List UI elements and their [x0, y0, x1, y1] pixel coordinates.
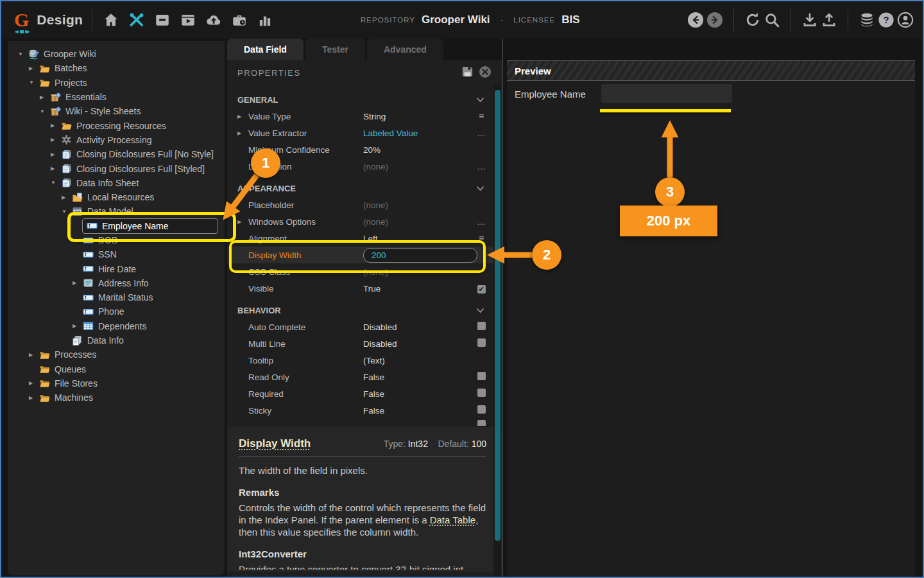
property-value[interactable]: Disabled	[363, 322, 468, 332]
property-row-alignment[interactable]: AlignmentLeft≡	[227, 230, 494, 247]
property-value[interactable]: (none)	[363, 162, 468, 171]
expander-arrow[interactable]: ▶	[51, 123, 60, 128]
property-row-windows-options[interactable]: ▶Windows Options(none)…	[227, 213, 494, 230]
user-icon[interactable]	[896, 10, 915, 30]
tree-item-employee-name[interactable]: Employee Name	[8, 219, 225, 233]
tree-item-data-model[interactable]: ▼Data Model	[8, 204, 225, 218]
property-row-placeholder[interactable]: Placeholder(none)	[227, 197, 494, 213]
display-width-input[interactable]	[363, 248, 477, 263]
property-row-minimum-confidence[interactable]: Minimum Confidence20%	[227, 141, 494, 158]
tree-item-machines[interactable]: ▶Machines	[8, 390, 225, 405]
chevron-down-icon[interactable]	[467, 94, 493, 105]
menu-icon[interactable]: ≡	[468, 111, 494, 121]
tree-item-address-info[interactable]: ▶Address Info	[8, 276, 225, 290]
expander-arrow[interactable]: ▼	[51, 180, 60, 186]
property-row-description[interactable]: Description(none)…	[227, 158, 494, 175]
grooper-logo[interactable]: G Design	[14, 10, 83, 30]
cloud-upload-icon[interactable]	[204, 10, 223, 30]
property-value[interactable]: (none)	[363, 267, 468, 277]
property-value[interactable]: Labeled Value	[363, 128, 468, 138]
property-value[interactable]: (none)	[363, 200, 468, 210]
home-icon[interactable]	[101, 10, 121, 30]
property-value[interactable]: (none)	[363, 217, 468, 227]
property-value[interactable]: (Text)	[363, 356, 468, 365]
help-icon[interactable]: ?	[877, 10, 896, 30]
property-value[interactable]: True	[363, 284, 468, 293]
checkbox-unchecked[interactable]	[477, 372, 486, 380]
checkbox-unchecked[interactable]	[477, 389, 486, 397]
property-row-value-type[interactable]: ▶Value TypeString≡	[227, 108, 494, 125]
property-row-value-extractor[interactable]: ▶Value ExtractorLabeled Value…	[227, 125, 494, 141]
ellipsis-button[interactable]: …	[468, 161, 494, 171]
checkbox-unchecked[interactable]	[477, 322, 486, 330]
tree-item-local-resources[interactable]: ▶Local Resources	[8, 190, 225, 204]
tree-item-marital-status[interactable]: Marital Status	[8, 290, 225, 304]
property-row-required[interactable]: RequiredFalse	[227, 385, 494, 402]
batch-process-icon[interactable]	[178, 10, 198, 30]
checkbox-unchecked[interactable]	[477, 338, 486, 347]
checkbox-cell[interactable]	[468, 405, 494, 416]
checkbox-unchecked[interactable]	[477, 405, 486, 414]
property-row-clipped[interactable]	[227, 419, 494, 426]
expander-arrow[interactable]: ▶	[29, 395, 38, 401]
tab-data-field[interactable]: Data Field	[227, 39, 304, 60]
expander-arrow[interactable]: ▶	[51, 137, 60, 143]
tree-item-phone[interactable]: Phone	[8, 304, 225, 319]
property-row-sticky[interactable]: StickyFalse	[227, 402, 494, 419]
property-value[interactable]: False	[363, 389, 468, 399]
section-header-appearance[interactable]: APPEARANCE	[227, 180, 494, 197]
property-value[interactable]: Left	[363, 234, 468, 243]
download-icon[interactable]	[800, 10, 819, 30]
tree-item-hire-date[interactable]: Hire Date	[8, 261, 225, 276]
expander-arrow[interactable]: ▼	[18, 51, 28, 57]
tree-item-closing-disclosures-full-no-style[interactable]: ▶Closing Disclosures Full [No Style]	[8, 147, 225, 161]
search-icon[interactable]	[762, 10, 782, 30]
checkbox-cell[interactable]	[468, 322, 494, 332]
expander-arrow[interactable]: ▶	[29, 66, 38, 71]
property-row-tooltip[interactable]: Tooltip(Text)	[227, 352, 494, 369]
property-row-auto-complete[interactable]: Auto CompleteDisabled	[227, 319, 494, 335]
expander-arrow[interactable]: ▶	[237, 130, 248, 136]
expander-arrow[interactable]: ▶	[62, 195, 71, 200]
tree-item-dependents[interactable]: ▶Dependents	[8, 319, 225, 333]
tab-advanced[interactable]: Advanced	[367, 39, 443, 60]
stats-icon[interactable]	[255, 10, 275, 30]
tree-item-data-info-sheet[interactable]: ▼Data Info Sheet	[8, 176, 225, 190]
tree-item-grooper-wiki[interactable]: ▼Grooper Wiki	[8, 47, 225, 61]
expander-arrow[interactable]: ▼	[62, 209, 71, 215]
tree-item-closing-disclosures-full-styled[interactable]: ▶Closing Disclosures Full [Styled]	[8, 161, 225, 175]
expander-arrow[interactable]: ▶	[73, 280, 82, 286]
tree-item-projects[interactable]: ▼Projects	[8, 76, 225, 90]
property-row-visible[interactable]: VisibleTrue✔	[227, 280, 494, 297]
employee-name-input[interactable]	[601, 84, 732, 103]
tree-item-queues[interactable]: Queues	[8, 362, 225, 376]
section-header-general[interactable]: GENERAL	[227, 91, 494, 108]
ellipsis-button[interactable]: …	[468, 128, 494, 138]
tree-item-ssn[interactable]: SSN	[8, 247, 225, 261]
checkbox-cell[interactable]: ✔	[468, 283, 494, 293]
checkbox-cell[interactable]	[468, 372, 494, 382]
property-row-multi-line[interactable]: Multi LineDisabled	[227, 335, 494, 352]
expander-arrow[interactable]: ▶	[73, 323, 82, 329]
expander-arrow[interactable]: ▶	[237, 219, 248, 225]
tree-item-activity-processing[interactable]: ▶Activity Processing	[8, 133, 225, 147]
property-row-read-only[interactable]: Read OnlyFalse	[227, 369, 494, 385]
jobs-icon[interactable]	[230, 10, 249, 30]
batch-archive-icon[interactable]	[153, 10, 172, 30]
tree-item-data-info[interactable]: Data Info	[8, 333, 225, 347]
expander-arrow[interactable]: ▶	[29, 380, 38, 386]
property-value[interactable]: False	[363, 406, 468, 416]
chevron-down-icon[interactable]	[467, 305, 493, 315]
expander-arrow[interactable]: ▼	[40, 109, 49, 114]
tools-icon[interactable]	[127, 10, 146, 30]
tree-item-batches[interactable]: ▶Batches	[8, 61, 225, 75]
tab-tester[interactable]: Tester	[305, 39, 365, 60]
property-value[interactable]: False	[363, 372, 468, 382]
tree-item-essentials[interactable]: ▶Essentials	[8, 90, 225, 104]
property-value[interactable]: 20%	[363, 145, 468, 155]
chevron-down-icon[interactable]	[467, 183, 493, 193]
expander-arrow[interactable]: ▶	[29, 352, 38, 358]
checkbox-unchecked[interactable]	[477, 420, 486, 426]
expander-arrow[interactable]: ▶	[237, 114, 248, 119]
tree-item-dob[interactable]: DOB	[8, 233, 225, 247]
